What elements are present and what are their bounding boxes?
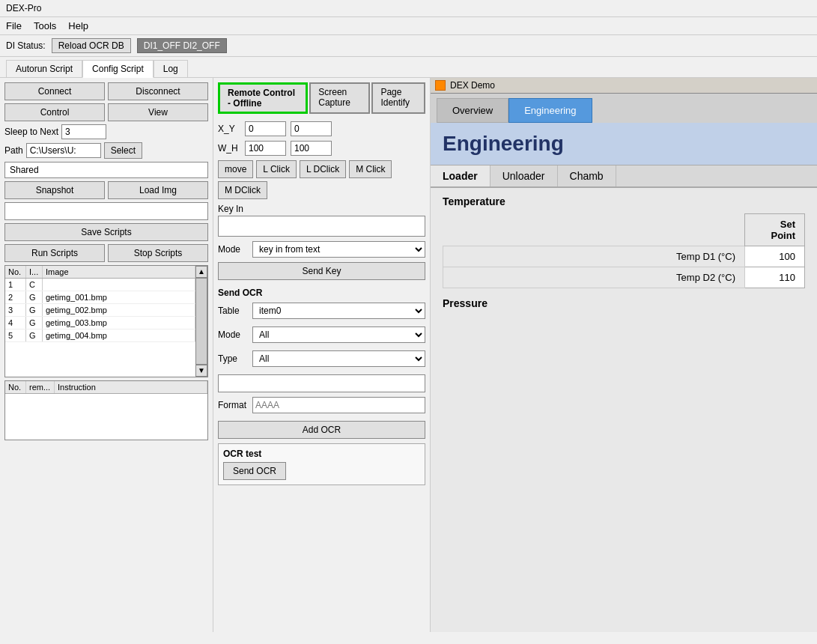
sleep-label: Sleep to Next bbox=[4, 127, 58, 137]
keyin-input[interactable] bbox=[218, 216, 425, 237]
temperature-label: Temperature bbox=[443, 195, 805, 207]
image-list-header: No. I... Image bbox=[5, 266, 195, 279]
wh-action-row: W_H bbox=[218, 141, 425, 156]
control-button[interactable]: Control bbox=[4, 103, 105, 121]
menu-help[interactable]: Help bbox=[68, 20, 88, 31]
list-item: 4 G getimg_003.bmp bbox=[5, 317, 195, 329]
mode2-label: Mode bbox=[218, 329, 248, 340]
demo-subtabs: Loader Unloader Chamb bbox=[431, 165, 817, 188]
move-button[interactable]: move bbox=[218, 160, 253, 178]
action-buttons-row: move L Click L DClick M Click M DClick bbox=[218, 160, 425, 199]
temp-d1-value: 100 bbox=[745, 246, 805, 267]
mode2-row: Mode All First Last bbox=[218, 326, 425, 343]
h-input[interactable] bbox=[291, 141, 332, 156]
reload-ocr-db-button[interactable]: Reload OCR DB bbox=[52, 38, 131, 53]
main-area: Connect Disconnect Control View Sleep to… bbox=[0, 78, 817, 632]
keyin-label: Key In bbox=[218, 204, 425, 214]
type-select[interactable]: All Number Text bbox=[252, 350, 425, 367]
m-click-button[interactable]: M Click bbox=[349, 160, 392, 178]
scroll-down-button[interactable]: ▼ bbox=[195, 365, 207, 377]
menu-bar: File Tools Help bbox=[0, 17, 817, 35]
connect-button[interactable]: Connect bbox=[4, 82, 105, 100]
col-i: I... bbox=[26, 266, 43, 278]
demo-tabs: Overview Engineering bbox=[431, 94, 817, 123]
shared-container bbox=[4, 162, 208, 178]
set-point-header-row: Set Point bbox=[443, 214, 805, 246]
col-no: No. bbox=[5, 266, 26, 278]
col-image: Image bbox=[43, 266, 195, 278]
mode-select[interactable]: key in from text key in direct key in cl… bbox=[252, 241, 425, 258]
subtab-loader[interactable]: Loader bbox=[431, 165, 490, 186]
menu-file[interactable]: File bbox=[6, 20, 22, 31]
tab-engineering[interactable]: Engineering bbox=[508, 98, 592, 123]
disconnect-button[interactable]: Disconnect bbox=[108, 82, 208, 100]
temp-d1-label: Temp D1 (°C) bbox=[443, 246, 745, 267]
menu-tools[interactable]: Tools bbox=[34, 20, 56, 31]
shared-input[interactable] bbox=[4, 162, 208, 178]
subtab-unloader[interactable]: Unloader bbox=[490, 165, 558, 186]
left-panel: Connect Disconnect Control View Sleep to… bbox=[0, 78, 213, 632]
run-scripts-button[interactable]: Run Scripts bbox=[4, 244, 105, 262]
tab-page-identify[interactable]: Page Identify bbox=[371, 82, 425, 114]
set-point-header: Set Point bbox=[745, 214, 805, 246]
m-dclick-button[interactable]: M DClick bbox=[218, 181, 267, 199]
temp-d2-row: Temp D2 (°C) 110 bbox=[443, 267, 805, 288]
tab-config-script[interactable]: Config Script bbox=[82, 60, 154, 78]
x-input[interactable] bbox=[245, 121, 286, 136]
select-button[interactable]: Select bbox=[104, 142, 142, 159]
format-input[interactable] bbox=[252, 397, 425, 413]
toolbar: DI Status: Reload OCR DB DI1_OFF DI2_OFF bbox=[0, 35, 817, 57]
demo-content: Engineering Loader Unloader Chamb Temper… bbox=[431, 123, 817, 632]
view-button[interactable]: View bbox=[108, 103, 208, 121]
add-ocr-button[interactable]: Add OCR bbox=[218, 421, 425, 439]
y-input[interactable] bbox=[291, 121, 332, 136]
col-no2: No. bbox=[5, 381, 26, 393]
wh-label: W_H bbox=[218, 143, 240, 154]
engineering-heading: Engineering bbox=[431, 123, 817, 165]
ocr-test-section: OCR test Send OCR bbox=[218, 443, 425, 485]
save-scripts-button[interactable]: Save Scripts bbox=[4, 223, 208, 241]
image-list-scrollbar[interactable]: ▲ ▼ bbox=[195, 266, 207, 377]
tab-overview[interactable]: Overview bbox=[437, 98, 508, 123]
mode2-select[interactable]: All First Last bbox=[252, 326, 425, 343]
tab-remote-control[interactable]: Remote Control - Offline bbox=[218, 82, 308, 114]
tab-screen-capture[interactable]: Screen Capture bbox=[309, 82, 370, 114]
table-select[interactable]: item0 item1 item2 bbox=[252, 303, 425, 319]
run-stop-row: Run Scripts Stop Scripts bbox=[4, 244, 208, 262]
demo-window-title: DEX Demo bbox=[450, 80, 495, 91]
instruction-list-wrapper: No. rem... Instruction bbox=[4, 380, 208, 440]
instruction-list-body bbox=[5, 394, 207, 440]
control-view-row: Control View bbox=[4, 103, 208, 121]
list-item: 1 C bbox=[5, 279, 195, 291]
temp-d1-row: Temp D1 (°C) 100 bbox=[443, 246, 805, 267]
scroll-up-button[interactable]: ▲ bbox=[195, 266, 207, 278]
col-rem: rem... bbox=[26, 381, 55, 393]
send-key-button[interactable]: Send Key bbox=[218, 262, 425, 280]
outer-tabs: Autorun Script Config Script Log bbox=[0, 57, 817, 78]
type-label: Type bbox=[218, 353, 248, 364]
load-img-button[interactable]: Load Img bbox=[108, 181, 208, 199]
path-row: Path Select bbox=[4, 142, 208, 159]
list-item: 5 G getimg_004.bmp bbox=[5, 329, 195, 342]
tab-autorun-script[interactable]: Autorun Script bbox=[6, 60, 82, 77]
stop-scripts-button[interactable]: Stop Scripts bbox=[108, 244, 208, 262]
tab-log[interactable]: Log bbox=[154, 60, 188, 77]
l-dclick-button[interactable]: L DClick bbox=[300, 160, 346, 178]
l-click-button[interactable]: L Click bbox=[256, 160, 297, 178]
snapshot-button[interactable]: Snapshot bbox=[4, 181, 105, 199]
list-item: 3 G getimg_002.bmp bbox=[5, 304, 195, 317]
sleep-input[interactable] bbox=[61, 124, 106, 139]
send-ocr-button[interactable]: Send OCR bbox=[223, 462, 286, 480]
mode-row: Mode key in from text key in direct key … bbox=[218, 241, 425, 258]
table-label: Table bbox=[218, 306, 248, 316]
di-status-label: DI Status: bbox=[6, 40, 46, 51]
format-row: Format bbox=[218, 397, 425, 413]
di-badge: DI1_OFF DI2_OFF bbox=[137, 38, 227, 53]
right-panel: DEX Demo Overview Engineering Engineerin… bbox=[431, 78, 817, 632]
path-input[interactable] bbox=[26, 143, 101, 158]
w-input[interactable] bbox=[245, 141, 286, 156]
ocr-test-label: OCR test bbox=[223, 449, 420, 459]
sleep-row: Sleep to Next bbox=[4, 124, 208, 139]
subtab-chamb[interactable]: Chamb bbox=[558, 165, 616, 186]
app-title: DEX-Pro bbox=[6, 3, 41, 13]
